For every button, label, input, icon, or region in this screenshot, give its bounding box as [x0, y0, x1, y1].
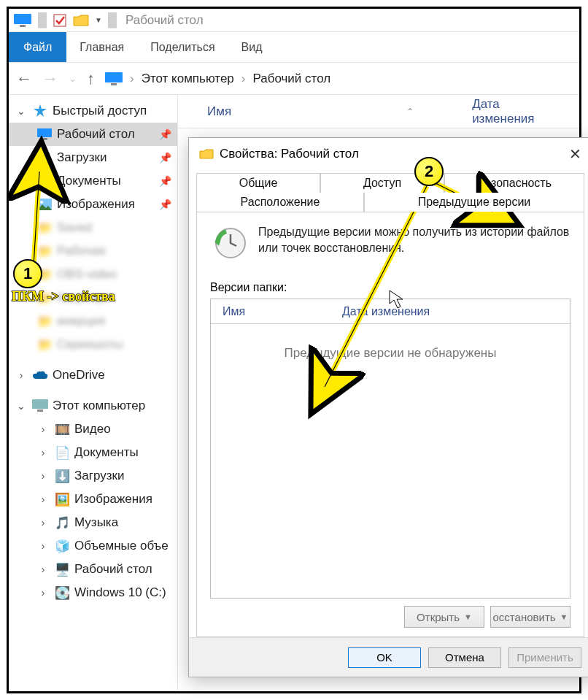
list-col-name[interactable]: Имя — [211, 305, 342, 318]
svg-rect-0 — [14, 14, 31, 24]
chevron-right-icon[interactable]: › — [130, 72, 134, 86]
monitor-icon — [105, 72, 123, 85]
crumb-root[interactable]: Этот компьютер — [142, 72, 234, 86]
tree-label: Изображения — [74, 492, 152, 507]
column-name[interactable]: Имя — [207, 104, 231, 119]
tree-item-3dobjects[interactable]: ›🧊Объемные объе — [9, 534, 177, 558]
disk-icon: 💽 — [54, 585, 70, 601]
tree-label: Изображения — [57, 197, 135, 212]
tree-item-blurred[interactable]: 📁Saved — [9, 216, 177, 239]
versions-label: Версии папки: — [210, 281, 570, 294]
ribbon-tab-home[interactable]: Главная — [66, 32, 137, 62]
download-icon: ⬇️ — [54, 468, 70, 484]
tree-item-desktop[interactable]: Рабочий стол 📌 — [9, 123, 177, 146]
annotation-hint-text: ПКМ -> свойства — [12, 289, 115, 304]
check-icon[interactable] — [53, 13, 67, 28]
dropdown-icon[interactable]: ▼ — [464, 612, 472, 621]
ribbon: Файл Главная Поделиться Вид — [9, 32, 579, 63]
ok-button[interactable]: OK — [348, 647, 421, 668]
history-clock-icon — [210, 224, 248, 262]
dialog-titlebar[interactable]: Свойства: Рабочий стол ✕ — [189, 138, 588, 170]
dropdown-icon[interactable]: ▼ — [560, 612, 568, 621]
tree-item-documents[interactable]: ›📄Документы — [9, 441, 177, 464]
expander-open-icon[interactable]: ⌄ — [15, 400, 28, 412]
list-header[interactable]: Имя Дата изменения — [211, 299, 570, 324]
tree-label: Рабочий стол — [74, 562, 152, 577]
tree-item-downloads[interactable]: ›⬇️Загрузки — [9, 464, 177, 488]
tree-onedrive[interactable]: › OneDrive — [9, 364, 177, 387]
folder-icon[interactable] — [73, 14, 89, 27]
restore-button[interactable]: осстановить▼ — [490, 606, 570, 628]
expander-open-icon[interactable]: ⌄ — [15, 105, 28, 117]
tree-item-blurred[interactable]: 📁Рабочая — [9, 239, 177, 263]
pictures-icon: 🖼️ — [54, 491, 70, 507]
forward-button[interactable]: → — [42, 69, 58, 88]
svg-rect-4 — [111, 83, 117, 85]
music-icon: 🎵 — [54, 515, 70, 531]
pin-icon: 📌 — [159, 199, 171, 210]
tree-item-blurred[interactable]: 📁инерция — [9, 309, 177, 333]
star-icon — [32, 103, 48, 119]
chevron-right-icon[interactable]: › — [241, 72, 246, 86]
tree-label: Windows 10 (C:) — [74, 585, 166, 600]
tree-item-pictures[interactable]: Изображения 📌 — [9, 193, 177, 216]
tree-item-music[interactable]: ›🎵Музыка — [9, 511, 177, 534]
open-button[interactable]: Открыть▼ — [404, 606, 484, 628]
crumb-leaf[interactable]: Рабочий стол — [252, 72, 330, 86]
tab-previous-versions[interactable]: Предыдущие версии — [364, 193, 584, 212]
svg-rect-13 — [32, 399, 48, 409]
tree-quick-access[interactable]: ⌄ Быстрый доступ — [9, 99, 177, 123]
expander-closed-icon[interactable]: › — [36, 447, 50, 458]
recent-dropdown-icon[interactable]: ⌄ — [69, 73, 77, 84]
ribbon-tab-view[interactable]: Вид — [228, 32, 276, 62]
titlebar: ▼ Рабочий стол — [9, 9, 579, 32]
expander-closed-icon[interactable]: › — [36, 587, 50, 599]
cloud-icon — [32, 367, 48, 383]
tree-item-documents[interactable]: Документы 📌 — [9, 169, 177, 193]
file-list-pane[interactable]: Имя ⌃ Дата изменения Свойства: Рабочий с… — [178, 95, 579, 691]
tree-label: Музыка — [74, 515, 118, 530]
svg-rect-5 — [37, 128, 52, 137]
up-button[interactable]: ↑ — [87, 69, 95, 88]
tree-item-videos[interactable]: ›🎞️Видео — [9, 418, 177, 441]
navigation-pane[interactable]: ⌄ Быстрый доступ Рабочий стол 📌 Загрузки… — [9, 95, 178, 691]
app-monitor-icon — [13, 13, 32, 28]
svg-rect-1 — [20, 25, 26, 27]
versions-listview[interactable]: Имя Дата изменения Предыдущие версии не … — [210, 299, 570, 599]
column-headers[interactable]: Имя ⌃ Дата изменения — [178, 95, 579, 128]
tree-item-disk-c[interactable]: ›💽Windows 10 (C:) — [9, 581, 177, 604]
expander-closed-icon[interactable]: › — [36, 564, 50, 575]
tree-this-pc[interactable]: ⌄ Этот компьютер — [9, 394, 177, 418]
tab-general[interactable]: Общие — [196, 173, 320, 193]
expander-closed-icon[interactable]: › — [36, 540, 50, 552]
pin-icon: 📌 — [159, 128, 171, 140]
cancel-button[interactable]: Отмена — [428, 647, 501, 668]
tree-label: Видео — [74, 422, 111, 436]
tree-item-blurred[interactable]: 📁Скриншоты — [9, 333, 177, 356]
tree-item-downloads[interactable]: Загрузки 📌 — [9, 146, 177, 169]
navigation-bar: ← → ⌄ ↑ › Этот компьютер › Рабочий стол — [9, 63, 579, 95]
expander-closed-icon[interactable]: › — [36, 517, 50, 528]
tab-security[interactable]: Безопасность — [444, 173, 584, 193]
list-col-date[interactable]: Дата изменения — [342, 305, 570, 318]
expander-closed-icon[interactable]: › — [15, 369, 28, 381]
expander-closed-icon[interactable]: › — [36, 470, 50, 482]
tree-item-desktop[interactable]: ›🖥️Рабочий стол — [9, 558, 177, 581]
breadcrumb[interactable]: › Этот компьютер › Рабочий стол — [105, 72, 330, 86]
tab-location[interactable]: Расположение — [196, 193, 364, 212]
tree-label: OneDrive — [53, 368, 105, 382]
expander-closed-icon[interactable]: › — [36, 423, 50, 435]
column-date[interactable]: Дата изменения — [472, 97, 565, 126]
qa-dropdown-icon[interactable]: ▼ — [95, 16, 102, 24]
dialog-tabs: Общие Доступ Безопасность Расположение П… — [189, 170, 588, 212]
close-button[interactable]: ✕ — [569, 145, 581, 163]
apply-button[interactable]: Применить — [508, 647, 581, 668]
back-button[interactable]: ← — [16, 69, 32, 88]
ribbon-tab-share[interactable]: Поделиться — [137, 32, 228, 62]
ribbon-file-tab[interactable]: Файл — [9, 32, 66, 62]
tree-label: Этот компьютер — [53, 399, 145, 413]
tree-item-pictures[interactable]: ›🖼️Изображения — [9, 488, 177, 511]
tree-label: Объемные объе — [74, 539, 169, 553]
expander-closed-icon[interactable]: › — [36, 493, 50, 505]
svg-rect-6 — [42, 138, 47, 140]
